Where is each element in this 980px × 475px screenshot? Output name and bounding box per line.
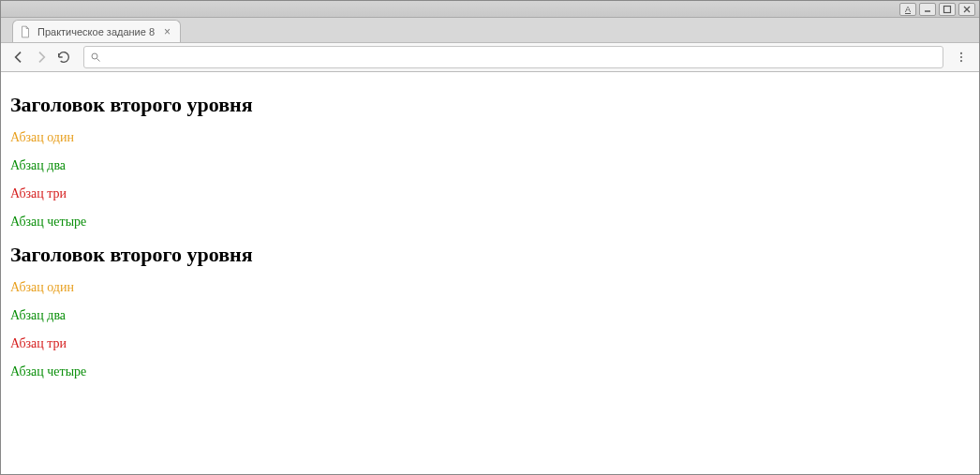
tab-title: Практическое задание 8 [37,26,155,37]
browser-chrome: Практическое задание 8 × [1,18,979,72]
svg-rect-1 [944,6,951,12]
paragraph: Абзац два [10,158,970,173]
browser-menu-button[interactable] [951,47,972,67]
window-titlebar: A [1,1,979,18]
svg-point-4 [92,53,97,59]
tab-close-icon[interactable]: × [164,25,171,38]
browser-tab[interactable]: Практическое задание 8 × [12,20,181,42]
svg-point-8 [960,60,962,62]
forward-button[interactable] [31,47,52,67]
paragraph: Абзац четыре [10,215,970,230]
paragraph: Абзац один [10,130,970,145]
svg-line-5 [97,59,100,62]
paragraph: Абзац четыре [10,364,970,379]
search-icon [90,52,101,63]
tab-strip: Практическое задание 8 × [1,18,979,42]
svg-point-6 [960,52,962,54]
heading-level-2: Заголовок второго уровня [10,93,970,117]
heading-level-2: Заголовок второго уровня [10,243,970,267]
window-maximize-button[interactable] [939,3,956,16]
window-minimize-button[interactable] [919,3,936,16]
address-input[interactable] [105,48,937,67]
paragraph: Абзац три [10,186,970,201]
window-close-button[interactable] [958,3,975,16]
paragraph: Абзац три [10,336,970,351]
browser-toolbar [1,42,979,72]
paragraph: Абзац два [10,308,970,323]
back-button[interactable] [8,47,29,67]
window-language-button[interactable]: A [899,3,916,16]
reload-button[interactable] [53,47,74,67]
file-icon [19,25,32,38]
svg-point-7 [960,56,962,58]
address-bar[interactable] [83,46,943,68]
paragraph: Абзац один [10,280,970,295]
page-content: Заголовок второго уровня Абзац один Абза… [1,72,979,404]
